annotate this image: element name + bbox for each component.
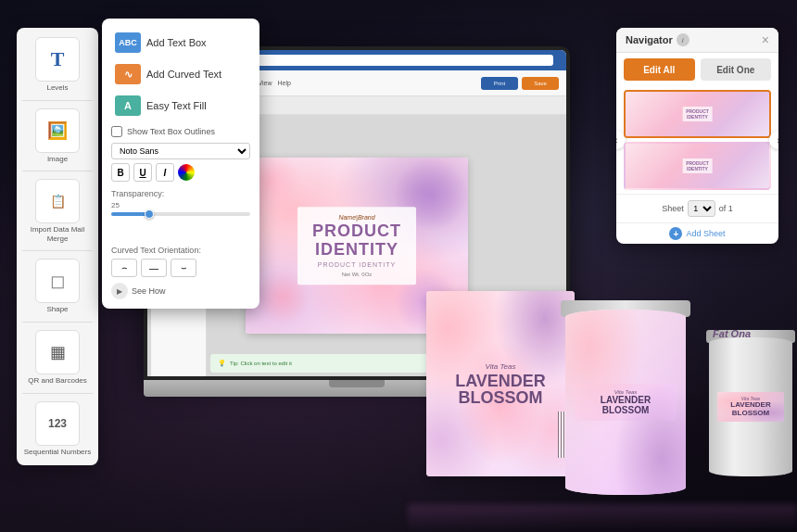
label-brand-text: Name|Brand [312,214,401,221]
text-options-panel: ABC Add Text Box ∿ Add Curved Text A Eas… [102,19,259,309]
image-tool-icon: 🖼️ [35,108,80,153]
shape-tool-label: Shape [46,305,68,314]
sheet-select[interactable]: 1 [688,200,715,217]
qr-tool-icon: ▦ [35,330,80,374]
transparency-value: 25 [111,201,250,209]
products-area: Vita Teas LAVENDER BLOSSOM Vita Teas LAV… [408,272,797,532]
info-icon: i [677,33,689,46]
see-how-label: See How [132,286,166,296]
font-select-row: Noto Sans [111,143,250,159]
tin-small-label: Vita Teas LAVENDER BLOSSOM [717,392,784,422]
add-curved-text-button[interactable]: ∿ Add Curved Text [111,59,250,89]
tool-shape[interactable]: ◻ Shape [22,259,93,314]
thumb-1-text: PRODUCTIDENTITY [686,108,709,120]
show-outlines-checkbox[interactable] [111,126,122,137]
transparency-label: Transparency: [111,189,250,198]
tool-divider-2 [22,171,93,171]
label-product-line1: PRODUCT IDENTITY [312,222,401,260]
tool-divider-4 [22,322,93,323]
font-select[interactable]: Noto Sans [111,143,250,159]
curve-up-icon[interactable]: ⌢ [111,259,137,277]
tea-box-brand: Vita Teas [434,362,567,371]
color-picker[interactable] [178,164,195,181]
sheet-label: Sheet [662,204,684,213]
of-label: of 1 [719,204,733,213]
save-button[interactable]: Save [522,77,559,90]
nav-help[interactable]: Help [277,80,290,86]
print-button[interactable]: Print [481,77,518,90]
tin-small-label-content: Vita Teas LAVENDER BLOSSOM [720,396,781,418]
nav-view[interactable]: View [258,80,272,86]
add-text-box-label: Add Text Box [146,37,207,48]
header-actions: Print Save [481,77,559,90]
label-subtitle: PRODUCT IDENTITY [312,261,401,268]
tin-can-large-body: Vita Teas LAVENDER BLOSSOM [565,310,686,495]
easy-text-fill-button[interactable]: A Easy Text Fill [111,91,250,120]
transparency-section: Transparency: 25 [111,189,250,216]
text-animation-preview [111,220,250,238]
curved-icons-row: ⌢ — ⌣ [111,259,250,277]
tin-small-product: LAVENDER BLOSSOM [720,401,781,418]
tool-sequential[interactable]: 123 Sequential Numbers [22,401,93,457]
add-text-box-icon: ABC [115,32,141,53]
navigator-title: Navigator [626,34,673,45]
see-how-row: ▶ See How [111,283,250,299]
thumb-2-text: PRODUCTIDENTITY [686,160,709,171]
thumbnails-container: ‹ PRODUCTIDENTITY PRODUCTIDENTITY › [616,86,778,194]
shape-tool-icon: ◻ [35,259,80,303]
edit-all-tab[interactable]: Edit All [624,58,695,81]
sequential-tool-icon: 123 [35,401,80,446]
left-tools-panel: T Levels 🖼️ Image 📋 Import Data Mail Mer… [17,28,98,465]
tip-text-area: 💡 Tip: Click on text to edit it [218,360,292,367]
thumb-1-content: PRODUCTIDENTITY [682,107,713,121]
image-tool-label: Image [47,155,68,164]
curved-text-label: Curved Text Orientation: [111,246,250,255]
italic-button[interactable]: I [156,163,174,182]
label-content-box: Name|Brand PRODUCT IDENTITY PRODUCT IDEN… [297,207,416,285]
curve-down-icon[interactable]: ⌣ [171,259,196,277]
add-text-box-button[interactable]: ABC Add Text Box [111,28,250,57]
label-net-weight: Net Wt. 0Oz [312,272,401,277]
tool-image[interactable]: 🖼️ Image [22,108,93,164]
curve-straight-icon[interactable]: — [141,259,167,277]
navigator-panel: Navigator i × Edit All Edit One ‹ PRODUC… [616,28,778,244]
tin-can-large-label: Vita Teas LAVENDER BLOSSOM [575,384,677,421]
tool-text[interactable]: T Levels [22,37,93,93]
text-tool-label: Levels [46,83,68,93]
add-sheet-label: Add Sheet [686,229,725,238]
edit-one-tab[interactable]: Edit One [701,58,772,81]
tea-box-label: Vita Teas LAVENDER BLOSSOM [434,362,567,406]
show-outlines-label: Show Text Box Outlines [127,127,215,136]
easy-text-fill-label: Easy Text Fill [146,100,207,111]
tool-import[interactable]: 📋 Import Data Mail Merge [22,179,93,243]
qr-tool-label: QR and Barcodes [28,376,87,386]
close-button[interactable]: × [762,33,769,46]
navigator-header: Navigator i × [616,28,778,53]
underline-button[interactable]: U [133,163,152,182]
sheet-row: Sheet 1 of 1 [616,194,778,222]
nav-thumbnails: PRODUCTIDENTITY PRODUCTIDENTITY [616,86,778,194]
tin-large-product: LAVENDER BLOSSOM [578,395,674,415]
easy-text-fill-icon: A [115,95,141,116]
play-button[interactable]: ▶ [111,283,128,299]
fat-ona-label: Fat Ona [713,328,751,339]
tool-qr[interactable]: ▦ QR and Barcodes [22,330,93,386]
tip-icon: 💡 [218,360,226,367]
tea-box-product: LAVENDER BLOSSOM [434,373,567,406]
tin-small-label-wrap: Vita Teas LAVENDER BLOSSOM [709,337,792,476]
import-tool-icon: 📋 [35,179,80,223]
laptop-notch [329,380,385,387]
tool-divider-5 [22,393,93,394]
transparency-slider[interactable] [111,212,250,216]
slider-thumb [145,209,154,219]
thumb-2-content: PRODUCTIDENTITY [682,158,713,173]
tin-can-large: Vita Teas LAVENDER BLOSSOM [556,272,695,513]
import-tool-label: Import Data Mail Merge [22,225,93,243]
slider-fill [111,212,146,216]
add-curved-text-label: Add Curved Text [146,69,221,80]
bold-button[interactable]: B [111,163,130,182]
add-sheet-icon: + [669,227,682,240]
add-sheet-button[interactable]: + Add Sheet [616,222,778,244]
thumbnail-1[interactable]: PRODUCTIDENTITY [624,90,771,138]
thumbnail-2[interactable]: PRODUCTIDENTITY [624,142,771,190]
